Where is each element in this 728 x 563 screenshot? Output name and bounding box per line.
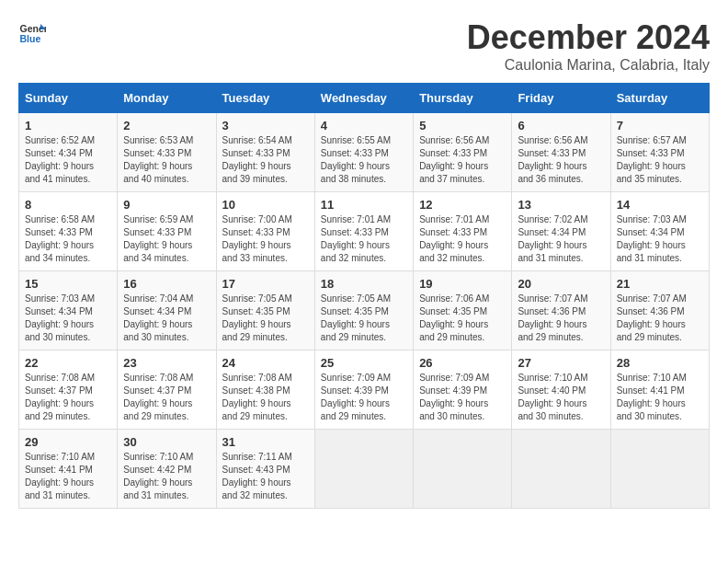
day-info: Sunrise: 6:58 AM Sunset: 4:33 PM Dayligh… [25, 213, 111, 265]
day-info: Sunrise: 7:05 AM Sunset: 4:35 PM Dayligh… [222, 293, 309, 344]
day-info: Sunrise: 7:04 AM Sunset: 4:34 PM Dayligh… [123, 293, 210, 344]
day-number: 7 [617, 119, 703, 132]
calendar-day-cell: 3 Sunrise: 6:54 AM Sunset: 4:33 PM Dayli… [216, 113, 314, 192]
calendar-title: December 2024 [467, 18, 710, 57]
calendar-day-cell: 11 Sunrise: 7:01 AM Sunset: 4:33 PM Dayl… [314, 192, 413, 271]
day-number: 5 [419, 119, 506, 132]
calendar-day-cell: 29 Sunrise: 7:10 AM Sunset: 4:41 PM Dayl… [19, 430, 118, 509]
calendar-week-row: 8 Sunrise: 6:58 AM Sunset: 4:33 PM Dayli… [19, 192, 710, 271]
day-number: 15 [25, 277, 111, 291]
calendar-week-row: 29 Sunrise: 7:10 AM Sunset: 4:41 PM Dayl… [19, 430, 710, 509]
calendar-week-row: 15 Sunrise: 7:03 AM Sunset: 4:34 PM Dayl… [19, 271, 710, 350]
day-info: Sunrise: 6:52 AM Sunset: 4:34 PM Dayligh… [25, 134, 111, 186]
day-number: 22 [25, 356, 111, 370]
day-info: Sunrise: 6:54 AM Sunset: 4:33 PM Dayligh… [222, 134, 309, 186]
day-number: 4 [321, 119, 407, 132]
calendar-day-cell: 8 Sunrise: 6:58 AM Sunset: 4:33 PM Dayli… [19, 192, 118, 271]
day-info: Sunrise: 7:09 AM Sunset: 4:39 PM Dayligh… [321, 372, 407, 423]
calendar-day-cell: 4 Sunrise: 6:55 AM Sunset: 4:33 PM Dayli… [314, 113, 413, 192]
calendar-day-cell: 2 Sunrise: 6:53 AM Sunset: 4:33 PM Dayli… [118, 113, 216, 192]
calendar-day-cell: 17 Sunrise: 7:05 AM Sunset: 4:35 PM Dayl… [216, 271, 314, 350]
calendar-day-cell: 1 Sunrise: 6:52 AM Sunset: 4:34 PM Dayli… [19, 113, 118, 192]
day-info: Sunrise: 7:06 AM Sunset: 4:35 PM Dayligh… [419, 293, 506, 344]
day-number: 27 [518, 356, 604, 370]
day-number: 17 [222, 277, 309, 291]
day-info: Sunrise: 7:08 AM Sunset: 4:38 PM Dayligh… [222, 372, 309, 423]
calendar-week-row: 22 Sunrise: 7:08 AM Sunset: 4:37 PM Dayl… [19, 350, 710, 430]
day-number: 19 [419, 277, 506, 291]
day-info: Sunrise: 7:08 AM Sunset: 4:37 PM Dayligh… [25, 372, 111, 423]
day-number: 2 [123, 119, 210, 132]
day-number: 8 [25, 198, 111, 212]
day-number: 24 [222, 356, 309, 370]
day-info: Sunrise: 7:10 AM Sunset: 4:42 PM Dayligh… [123, 451, 210, 502]
calendar-day-cell: 20 Sunrise: 7:07 AM Sunset: 4:36 PM Dayl… [512, 271, 610, 350]
calendar-day-cell: 28 Sunrise: 7:10 AM Sunset: 4:41 PM Dayl… [610, 350, 709, 430]
calendar-day-cell: 26 Sunrise: 7:09 AM Sunset: 4:39 PM Dayl… [414, 350, 512, 430]
day-info: Sunrise: 7:10 AM Sunset: 4:40 PM Dayligh… [518, 372, 604, 423]
calendar-day-cell: 27 Sunrise: 7:10 AM Sunset: 4:40 PM Dayl… [512, 350, 610, 430]
calendar-day-cell: 13 Sunrise: 7:02 AM Sunset: 4:34 PM Dayl… [512, 192, 610, 271]
calendar-day-cell: 31 Sunrise: 7:11 AM Sunset: 4:43 PM Dayl… [216, 430, 314, 509]
day-info: Sunrise: 7:07 AM Sunset: 4:36 PM Dayligh… [518, 293, 604, 344]
calendar-day-cell: 14 Sunrise: 7:03 AM Sunset: 4:34 PM Dayl… [610, 192, 709, 271]
day-info: Sunrise: 7:02 AM Sunset: 4:34 PM Dayligh… [518, 213, 604, 265]
calendar-day-cell: 15 Sunrise: 7:03 AM Sunset: 4:34 PM Dayl… [19, 271, 118, 350]
day-info: Sunrise: 7:10 AM Sunset: 4:41 PM Dayligh… [617, 372, 703, 423]
day-number: 28 [617, 356, 703, 370]
day-number: 14 [617, 198, 703, 212]
weekday-header-wednesday: Wednesday [314, 84, 413, 113]
calendar-day-cell: 16 Sunrise: 7:04 AM Sunset: 4:34 PM Dayl… [118, 271, 216, 350]
calendar-day-cell: 12 Sunrise: 7:01 AM Sunset: 4:33 PM Dayl… [414, 192, 512, 271]
calendar-day-cell: 30 Sunrise: 7:10 AM Sunset: 4:42 PM Dayl… [118, 430, 216, 509]
day-info: Sunrise: 6:53 AM Sunset: 4:33 PM Dayligh… [123, 134, 210, 186]
calendar-day-cell: 5 Sunrise: 6:56 AM Sunset: 4:33 PM Dayli… [414, 113, 512, 192]
calendar-day-cell [414, 430, 512, 509]
day-number: 9 [123, 198, 210, 212]
day-info: Sunrise: 7:09 AM Sunset: 4:39 PM Dayligh… [419, 372, 506, 423]
calendar-day-cell: 6 Sunrise: 6:56 AM Sunset: 4:33 PM Dayli… [512, 113, 610, 192]
weekday-header-monday: Monday [118, 84, 216, 113]
calendar-day-cell: 21 Sunrise: 7:07 AM Sunset: 4:36 PM Dayl… [610, 271, 709, 350]
day-number: 13 [518, 198, 604, 212]
day-number: 23 [123, 356, 210, 370]
day-info: Sunrise: 7:01 AM Sunset: 4:33 PM Dayligh… [321, 213, 407, 265]
day-info: Sunrise: 6:57 AM Sunset: 4:33 PM Dayligh… [617, 134, 703, 186]
day-number: 11 [321, 198, 407, 212]
day-number: 20 [518, 277, 604, 291]
day-number: 12 [419, 198, 506, 212]
day-info: Sunrise: 6:55 AM Sunset: 4:33 PM Dayligh… [321, 134, 407, 186]
day-info: Sunrise: 7:03 AM Sunset: 4:34 PM Dayligh… [617, 213, 703, 265]
day-number: 29 [25, 435, 111, 449]
title-section: December 2024 Caulonia Marina, Calabria,… [467, 18, 710, 74]
calendar-week-row: 1 Sunrise: 6:52 AM Sunset: 4:34 PM Dayli… [19, 113, 710, 192]
day-number: 6 [518, 119, 604, 132]
weekday-header-thursday: Thursday [414, 84, 512, 113]
day-info: Sunrise: 7:10 AM Sunset: 4:41 PM Dayligh… [25, 451, 111, 502]
day-info: Sunrise: 7:05 AM Sunset: 4:35 PM Dayligh… [321, 293, 407, 344]
weekday-header-saturday: Saturday [610, 84, 709, 113]
day-number: 10 [222, 198, 309, 212]
day-number: 3 [222, 119, 309, 132]
day-number: 18 [321, 277, 407, 291]
weekday-header-friday: Friday [512, 84, 610, 113]
day-number: 16 [123, 277, 210, 291]
calendar-day-cell: 22 Sunrise: 7:08 AM Sunset: 4:37 PM Dayl… [19, 350, 118, 430]
calendar-day-cell: 9 Sunrise: 6:59 AM Sunset: 4:33 PM Dayli… [118, 192, 216, 271]
day-number: 21 [617, 277, 703, 291]
page-header: General Blue December 2024 Caulonia Mari… [18, 18, 710, 74]
day-info: Sunrise: 6:56 AM Sunset: 4:33 PM Dayligh… [518, 134, 604, 186]
calendar-day-cell: 7 Sunrise: 6:57 AM Sunset: 4:33 PM Dayli… [610, 113, 709, 192]
calendar-table: SundayMondayTuesdayWednesdayThursdayFrid… [18, 83, 710, 509]
day-info: Sunrise: 6:56 AM Sunset: 4:33 PM Dayligh… [419, 134, 506, 186]
weekday-header-sunday: Sunday [19, 84, 118, 113]
calendar-day-cell: 23 Sunrise: 7:08 AM Sunset: 4:37 PM Dayl… [118, 350, 216, 430]
weekday-header-tuesday: Tuesday [216, 84, 314, 113]
day-number: 25 [321, 356, 407, 370]
calendar-day-cell: 25 Sunrise: 7:09 AM Sunset: 4:39 PM Dayl… [314, 350, 413, 430]
calendar-day-cell [314, 430, 413, 509]
day-number: 30 [123, 435, 210, 449]
calendar-day-cell [610, 430, 709, 509]
day-info: Sunrise: 7:01 AM Sunset: 4:33 PM Dayligh… [419, 213, 506, 265]
day-info: Sunrise: 7:08 AM Sunset: 4:37 PM Dayligh… [123, 372, 210, 423]
